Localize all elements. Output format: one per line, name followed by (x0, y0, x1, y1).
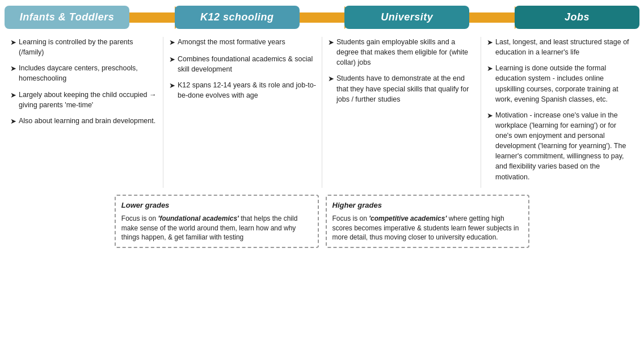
bullet-item: ➤ Combines foundational academics & soci… (169, 54, 316, 74)
bullet-text: Students have to demonstrate at the end … (336, 73, 475, 104)
bullet-text: Learning is done outside the formal educ… (495, 63, 634, 104)
bullet-text: Largely about keeping the child occupied… (19, 90, 157, 110)
bullet-arrow-icon: ➤ (169, 37, 175, 48)
lower-grades-title: Lower grades (121, 200, 312, 211)
bullet-text: Amongst the most formative years (178, 37, 285, 48)
grades-spacer-right (533, 195, 635, 249)
grades-spacer (9, 195, 111, 249)
bullet-text: Students gain employable skills and a de… (336, 37, 475, 68)
bullet-arrow-icon: ➤ (328, 37, 334, 68)
higher-grades-box: Higher grades Focus is on 'competitive a… (326, 195, 530, 249)
bullet-text: Also about learning and brain developmen… (19, 116, 155, 127)
header-jobs-label: Jobs (565, 11, 590, 23)
bullet-text: Learning is controlled by the parents (/… (19, 37, 157, 57)
bullet-item: ➤ Also about learning and brain developm… (10, 116, 157, 127)
bullet-text: Motivation - increase one's value in the… (495, 110, 634, 182)
lower-grades-text-before: Focus is on (121, 215, 158, 222)
bullet-arrow-icon: ➤ (10, 90, 16, 110)
bullet-text: K12 spans 12-14 years & its role and job… (178, 80, 316, 100)
higher-grades-emphasis: 'competitive academics' (369, 215, 447, 222)
arrow-1 (128, 12, 176, 23)
bullet-item: ➤ Largely about keeping the child occupi… (10, 90, 157, 110)
bullet-arrow-icon: ➤ (169, 54, 175, 74)
header-university: University (344, 6, 469, 29)
bullet-arrow-icon: ➤ (487, 37, 493, 57)
header-k12: K12 schooling (175, 6, 300, 29)
bullet-item: ➤ Includes daycare centers, preschools, … (10, 63, 157, 83)
lower-grades-text: Focus is on 'foundational academics' tha… (121, 214, 312, 242)
bullet-item: ➤ Amongst the most formative years (169, 37, 316, 48)
higher-grades-text-before: Focus is on (332, 215, 369, 222)
col-university: ➤ Students gain employable skills and a … (322, 37, 481, 188)
lower-grades-box: Lower grades Focus is on 'foundational a… (115, 195, 319, 249)
bullet-item: ➤ K12 spans 12-14 years & its role and j… (169, 80, 316, 100)
col-k12: ➤ Amongst the most formative years ➤ Com… (163, 37, 322, 188)
higher-grades-wrapper: Higher grades Focus is on 'competitive a… (322, 195, 533, 249)
header-row: Infants & Toddlers K12 schooling Univers… (5, 6, 639, 29)
bullet-item: ➤ Learning is done outside the formal ed… (487, 63, 634, 104)
header-university-label: University (381, 11, 433, 23)
higher-grades-text: Focus is on 'competitive academics' wher… (332, 214, 523, 242)
bullet-item: ➤ Learning is controlled by the parents … (10, 37, 157, 57)
bullet-arrow-icon: ➤ (487, 111, 493, 182)
bullet-text: Last, longest, and least structured stag… (495, 37, 634, 57)
bullet-item: ➤ Motivation - increase one's value in t… (487, 110, 634, 182)
bullet-arrow-icon: ➤ (487, 64, 493, 104)
header-infants-label: Infants & Toddlers (20, 11, 114, 23)
content-row: ➤ Learning is controlled by the parents … (5, 37, 639, 188)
bullet-arrow-icon: ➤ (10, 64, 16, 83)
bullet-item: ➤ Last, longest, and least structured st… (487, 37, 634, 57)
col-infants: ➤ Learning is controlled by the parents … (5, 37, 163, 188)
lower-grades-emphasis: 'foundational academics' (158, 215, 239, 222)
bullet-text: Includes daycare centers, preschools, ho… (19, 63, 157, 83)
higher-grades-title: Higher grades (332, 200, 523, 211)
arrow-2 (298, 12, 346, 23)
col-jobs: ➤ Last, longest, and least structured st… (481, 37, 639, 188)
bullet-text: Combines foundational academics & social… (178, 54, 316, 74)
header-jobs: Jobs (515, 6, 639, 29)
main-container: Infants & Toddlers K12 schooling Univers… (0, 0, 644, 254)
grades-row: Lower grades Focus is on 'foundational a… (5, 195, 639, 249)
header-infants: Infants & Toddlers (5, 6, 129, 29)
bullet-arrow-icon: ➤ (169, 81, 175, 100)
bullet-arrow-icon: ➤ (10, 37, 16, 57)
header-k12-label: K12 schooling (200, 11, 274, 23)
lower-grades-wrapper: Lower grades Focus is on 'foundational a… (111, 195, 322, 249)
bullet-arrow-icon: ➤ (328, 74, 334, 104)
bullet-item: ➤ Students gain employable skills and a … (328, 37, 475, 68)
arrow-3 (468, 12, 516, 23)
bullet-arrow-icon: ➤ (10, 116, 16, 127)
bullet-item: ➤ Students have to demonstrate at the en… (328, 73, 475, 104)
